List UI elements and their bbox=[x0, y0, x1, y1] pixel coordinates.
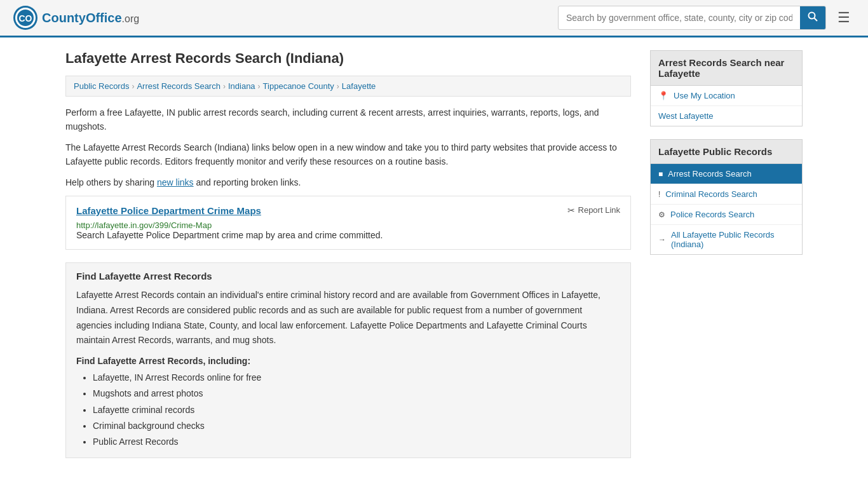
logo[interactable]: CO CountyOffice.org bbox=[13, 5, 139, 30]
report-link-label: Report Link bbox=[578, 205, 620, 215]
sidebar-link-3[interactable]: All Lafayette Public Records (Indiana) bbox=[671, 230, 794, 249]
description-1: Perform a free Lafayette, IN public arre… bbox=[65, 105, 631, 134]
main-content: Lafayette Arrest Records Search (Indiana… bbox=[65, 50, 631, 458]
sidebar-item-0[interactable]: ■Arrest Records Search bbox=[651, 164, 802, 184]
sidebar-icon-2: ⚙ bbox=[658, 210, 665, 219]
sidebar-nearby-header: Arrest Records Search near Lafayette bbox=[650, 50, 803, 85]
sidebar-use-location[interactable]: 📍 Use My Location bbox=[651, 86, 802, 106]
find-list: Lafayette, IN Arrest Records online for … bbox=[76, 370, 620, 450]
report-link-button[interactable]: ✂ Report Link bbox=[567, 205, 620, 215]
location-icon: 📍 bbox=[658, 91, 668, 100]
logo-icon: CO bbox=[13, 5, 38, 30]
find-subtitle: Find Lafayette Arrest Records, including… bbox=[76, 356, 620, 366]
menu-icon[interactable]: ☰ bbox=[832, 7, 855, 29]
list-item: Lafayette, IN Arrest Records online for … bbox=[93, 370, 620, 386]
sidebar-link-1[interactable]: Criminal Records Search bbox=[665, 189, 757, 199]
sidebar-link-0[interactable]: Arrest Records Search bbox=[668, 169, 752, 179]
list-item: Criminal background checks bbox=[93, 418, 620, 434]
sidebar-nearby-content: 📍 Use My Location West Lafayette bbox=[650, 85, 803, 126]
sidebar-item-3[interactable]: →All Lafayette Public Records (Indiana) bbox=[651, 225, 802, 254]
sidebar-public-records-content: ■Arrest Records Search!Criminal Records … bbox=[650, 163, 803, 255]
breadcrumb-lafayette[interactable]: Lafayette bbox=[342, 81, 376, 91]
scissors-icon: ✂ bbox=[567, 205, 575, 215]
sidebar-icon-1: ! bbox=[658, 190, 660, 199]
search-icon bbox=[808, 11, 818, 22]
header-right: ☰ bbox=[558, 6, 855, 30]
sidebar-nearby-box: Arrest Records Search near Lafayette 📍 U… bbox=[650, 50, 803, 126]
find-section-title: Find Lafayette Arrest Records bbox=[76, 271, 620, 281]
find-section: Find Lafayette Arrest Records Lafayette … bbox=[65, 262, 631, 458]
sidebar-link-2[interactable]: Police Records Search bbox=[670, 210, 754, 219]
breadcrumb: Public Records › Arrest Records Search ›… bbox=[65, 76, 631, 97]
search-button[interactable] bbox=[800, 6, 825, 29]
resource-card-header: Lafayette Police Department Crime Maps ✂… bbox=[76, 205, 620, 216]
breadcrumb-arrest-records[interactable]: Arrest Records Search bbox=[137, 81, 220, 91]
svg-text:CO: CO bbox=[19, 13, 32, 24]
main-container: Lafayette Arrest Records Search (Indiana… bbox=[53, 37, 815, 471]
find-body: Lafayette Arrest Records contain an indi… bbox=[76, 288, 620, 348]
svg-line-5 bbox=[815, 18, 818, 22]
description-3: Help others by sharing new links and rep… bbox=[65, 175, 631, 189]
sidebar-item-1[interactable]: !Criminal Records Search bbox=[651, 184, 802, 205]
sidebar-west-lafayette[interactable]: West Lafayette bbox=[651, 106, 802, 126]
sidebar-public-records-header: Lafayette Public Records bbox=[650, 139, 803, 163]
sidebar-public-records-box: Lafayette Public Records ■Arrest Records… bbox=[650, 139, 803, 255]
west-lafayette-link[interactable]: West Lafayette bbox=[658, 111, 713, 121]
resource-url[interactable]: http://lafayette.in.gov/399/Crime-Map bbox=[76, 220, 212, 230]
sidebar-icon-3: → bbox=[658, 235, 666, 244]
list-item: Public Arrest Records bbox=[93, 434, 620, 450]
breadcrumb-indiana[interactable]: Indiana bbox=[228, 81, 255, 91]
sidebar-icon-0: ■ bbox=[658, 170, 663, 179]
site-header: CO CountyOffice.org ☰ bbox=[0, 0, 868, 37]
svg-point-4 bbox=[809, 13, 815, 19]
search-input[interactable] bbox=[559, 8, 800, 27]
list-item: Lafayette criminal records bbox=[93, 402, 620, 418]
resource-title[interactable]: Lafayette Police Department Crime Maps bbox=[76, 205, 261, 216]
sidebar: Arrest Records Search near Lafayette 📍 U… bbox=[650, 50, 803, 458]
breadcrumb-tippecanoe[interactable]: Tippecanoe County bbox=[263, 81, 334, 91]
page-title: Lafayette Arrest Records Search (Indiana… bbox=[65, 50, 631, 67]
new-links-link[interactable]: new links bbox=[157, 177, 194, 187]
description-2: The Lafayette Arrest Records Search (Ind… bbox=[65, 140, 631, 169]
search-bar bbox=[558, 6, 826, 30]
resource-card: Lafayette Police Department Crime Maps ✂… bbox=[65, 196, 631, 250]
sidebar-item-2[interactable]: ⚙Police Records Search bbox=[651, 205, 802, 225]
list-item: Mugshots and arrest photos bbox=[93, 386, 620, 402]
use-my-location-link[interactable]: Use My Location bbox=[674, 91, 735, 100]
logo-text: CountyOffice.org bbox=[42, 11, 139, 25]
resource-description: Search Lafayette Police Department crime… bbox=[76, 230, 620, 240]
breadcrumb-public-records[interactable]: Public Records bbox=[74, 81, 129, 91]
